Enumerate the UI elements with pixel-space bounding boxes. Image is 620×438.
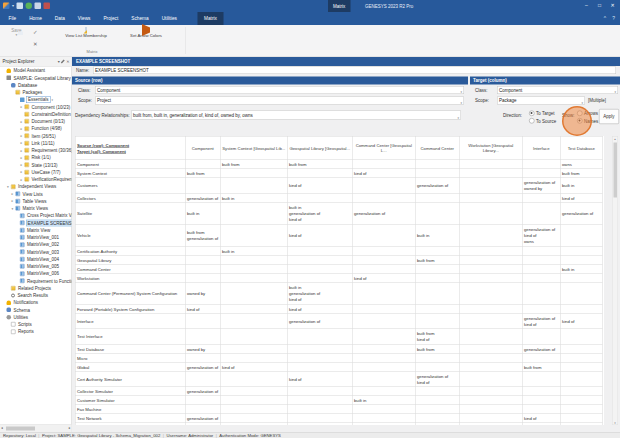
matrix-cell[interactable] (560, 273, 602, 282)
matrix-cell[interactable] (459, 371, 522, 387)
scrollbar-thumb[interactable] (614, 143, 618, 198)
matrix-cell[interactable] (185, 313, 220, 329)
matrix-cell[interactable] (415, 313, 459, 329)
matrix-cell[interactable]: built from (560, 169, 602, 178)
matrix-cell[interactable] (415, 362, 459, 371)
matrix-cell[interactable]: generalization ofowned by (522, 178, 560, 194)
tree-item[interactable]: Related Projects (0, 285, 72, 292)
tree-item[interactable]: ▸Risk (1/1) (0, 154, 72, 161)
matrix-cell[interactable] (415, 160, 459, 169)
matrix-cell[interactable]: generalization of (352, 202, 415, 224)
matrix-cell[interactable] (220, 255, 287, 264)
matrix-cell[interactable] (459, 353, 522, 362)
matrix-row-label[interactable]: Test Network (75, 414, 185, 423)
tree-item[interactable]: ▸Item (26/51) (0, 132, 72, 139)
matrix-cell[interactable] (560, 396, 602, 405)
close-button[interactable]: ✕ (606, 0, 619, 12)
matrix-cell[interactable] (185, 178, 220, 194)
matrix-cell[interactable]: kind of (560, 313, 602, 329)
matrix-cell[interactable]: built in (220, 246, 287, 255)
matrix-cell[interactable] (352, 344, 415, 353)
ribbon-tab-data[interactable]: Data (48, 12, 71, 25)
matrix-column-header[interactable]: Command Center [Geospatial L... (352, 136, 415, 160)
matrix-cell[interactable] (287, 387, 352, 396)
matrix-cell[interactable] (522, 193, 560, 202)
matrix-cell[interactable] (522, 273, 560, 282)
matrix-cell[interactable] (220, 224, 287, 246)
matrix-cell[interactable] (185, 273, 220, 282)
matrix-row-label[interactable]: Forward (Portable) System Configuration (75, 304, 185, 313)
ribbon-tab-views[interactable]: Views (71, 12, 97, 25)
tree-item[interactable]: MatrixView_004 (0, 256, 72, 263)
matrix-cell[interactable] (415, 423, 459, 425)
matrix-cell[interactable] (560, 246, 602, 255)
minimize-button[interactable]: – (580, 0, 593, 12)
matrix-row-label[interactable]: Component (75, 160, 185, 169)
matrix-cell[interactable]: built in (185, 202, 220, 224)
set-arrow-colors-button[interactable]: Set Arrow Colors (118, 28, 174, 38)
tree-item[interactable]: Requirement to Function (0, 277, 72, 284)
matrix-cell[interactable]: owned by (185, 282, 220, 304)
matrix-cell[interactable] (522, 387, 560, 396)
matrix-cell[interactable]: built from (415, 344, 459, 353)
tree-item[interactable]: MatrixView_001 (0, 234, 72, 241)
tree-item[interactable]: ▸View Lists (0, 190, 72, 197)
matrix-cell[interactable] (415, 304, 459, 313)
matrix-cell[interactable]: kind of (352, 169, 415, 178)
matrix-row-label[interactable]: Customer Simulator (75, 396, 185, 405)
matrix-cell[interactable]: built fromkind of (415, 329, 459, 345)
matrix-cell[interactable] (220, 282, 287, 304)
panel-menu-icon[interactable]: ▾ (58, 57, 60, 66)
matrix-cell[interactable] (415, 202, 459, 224)
matrix-cell[interactable] (415, 169, 459, 178)
matrix-cell[interactable] (459, 273, 522, 282)
matrix-cell[interactable] (352, 387, 415, 396)
target-class-dropdown[interactable]: Component ▾ (497, 86, 618, 94)
matrix-column-header[interactable]: Test Database (560, 136, 602, 160)
source-class-dropdown[interactable]: Component ▾ (95, 86, 464, 94)
matrix-cell[interactable] (185, 160, 220, 169)
matrix-cell[interactable] (287, 414, 352, 423)
matrix-row-label[interactable]: Satellite (75, 202, 185, 224)
collapse-ribbon-icon[interactable]: ^ (604, 12, 606, 25)
matrix-cell[interactable]: generalization of (185, 387, 220, 396)
tree-item[interactable]: MatrixView_006 (0, 270, 72, 277)
matrix-cell[interactable]: built in (560, 264, 602, 273)
qat-sync-icon[interactable] (26, 3, 33, 10)
matrix-column-header[interactable]: Interface (522, 136, 560, 160)
matrix-cell[interactable]: built in (352, 396, 415, 405)
matrix-cell[interactable] (415, 387, 459, 396)
matrix-cell[interactable]: generalization of (185, 414, 220, 423)
matrix-cell[interactable] (220, 396, 287, 405)
matrix-cell[interactable] (220, 387, 287, 396)
matrix-cell[interactable] (415, 273, 459, 282)
matrix-cell[interactable] (220, 405, 287, 414)
matrix-cell[interactable] (415, 396, 459, 405)
matrix-cell[interactable] (522, 169, 560, 178)
matrix-cell[interactable] (459, 313, 522, 329)
matrix-cell[interactable]: generalization ofkind ofowns (522, 224, 560, 246)
matrix-cell[interactable] (220, 178, 287, 194)
matrix-cell[interactable] (560, 304, 602, 313)
tree-item[interactable]: ▸Component (10/23) (0, 103, 72, 110)
matrix-cell[interactable] (560, 255, 602, 264)
tree-item[interactable]: SAMPLE: Geospatial Library - Schema_Migr… (0, 74, 72, 81)
matrix-row-label[interactable]: Global (75, 362, 185, 371)
matrix-cell[interactable]: generalization of (185, 193, 220, 202)
matrix-cell[interactable] (220, 329, 287, 345)
tree-item[interactable]: MatrixView_003 (0, 248, 72, 255)
matrix-cell[interactable] (522, 329, 560, 345)
matrix-cell[interactable] (522, 423, 560, 425)
tree-item[interactable]: Essentials▾ (0, 96, 72, 103)
matrix-cell[interactable] (185, 396, 220, 405)
matrix-row-label[interactable]: Cert Authority Simulator (75, 371, 185, 387)
matrix-column-header[interactable]: System Context [Geospatial Lib... (220, 136, 287, 160)
tree-item[interactable]: Matrix View (0, 227, 72, 234)
matrix-cell[interactable]: built in (560, 178, 602, 194)
matrix-cell[interactable] (352, 246, 415, 255)
matrix-row-label[interactable]: Command Center (75, 264, 185, 273)
matrix-cell[interactable] (287, 273, 352, 282)
matrix-cell[interactable] (287, 353, 352, 362)
matrix-cell[interactable] (415, 193, 459, 202)
matrix-cell[interactable] (560, 362, 602, 371)
